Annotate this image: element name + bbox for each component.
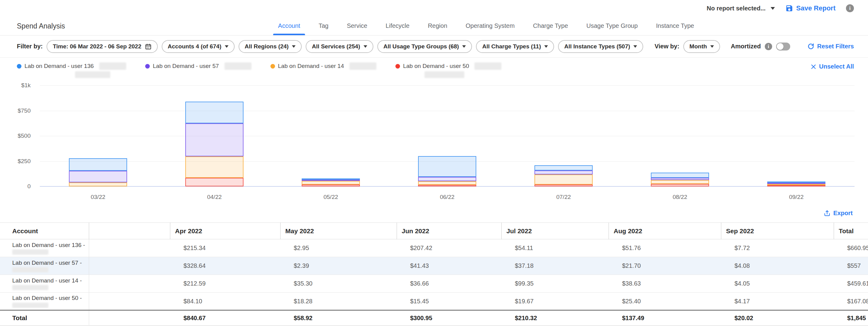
info-icon[interactable]: i [846,4,854,12]
tab-tag[interactable]: Tag [309,16,338,35]
instance-types-filter-pill[interactable]: All Instance Types (507) [558,40,643,53]
bar-segment-lab-on-demand-user-136[interactable] [185,102,244,123]
tab-service[interactable]: Service [338,16,376,35]
value-cell: $207.42 [397,239,501,257]
value-cell: $4.05 [721,275,834,293]
total-value-cell: $300.95 [397,310,501,326]
bar-stack [418,156,476,187]
value-cell: $7.72 [721,239,834,257]
chevron-down-icon [633,45,637,48]
tab-lifecycle[interactable]: Lifecycle [376,16,419,35]
charge-types-filter-label: All Charge Types (11) [482,43,541,50]
bar-segment-lab-on-demand-user-136[interactable] [534,165,593,171]
bar-segment-lab-on-demand-user-14[interactable] [302,181,360,185]
value-cell: $328.64 [170,257,280,275]
redacted-text [12,267,49,272]
tab-region[interactable]: Region [419,16,456,35]
bar-segment-lab-on-demand-user-57[interactable] [185,123,244,157]
unselect-all-label: Unselect All [819,63,854,70]
time-filter-label: Time: 06 Mar 2022 - 06 Sep 2022 [53,43,141,50]
bar-segment-lab-on-demand-user-57[interactable] [418,177,476,181]
table-row[interactable]: Lab on Demand - user 14 -$212.59$35.30$3… [0,275,868,293]
bar-segment-lab-on-demand-user-57[interactable] [69,171,127,183]
bar-segment-lab-on-demand-user-50[interactable] [767,185,826,187]
bar-segment-lab-on-demand-user-50[interactable] [534,185,593,187]
save-report-button[interactable]: Save Report [785,4,836,12]
services-filter-pill[interactable]: All Services (254) [306,40,373,53]
unselect-all-button[interactable]: Unselect All [811,63,854,70]
time-filter-pill[interactable]: Time: 06 Mar 2022 - 06 Sep 2022 [46,40,157,53]
table-row[interactable]: Lab on Demand - user 136 -$215.34$2.95$2… [0,239,868,257]
legend-item-user-14[interactable]: Lab on Demand - user 14 [271,62,376,70]
bar-segment-lab-on-demand-user-14[interactable] [418,181,476,185]
amortized-toggle[interactable] [776,42,790,51]
value-cell: $54.11 [501,239,609,257]
x-axis-tick-label: 07/22 [556,194,571,200]
instance-types-filter-label: All Instance Types (507) [564,43,630,50]
value-cell: $4.17 [721,293,834,310]
y-axis-tick-label: 0 [0,183,31,190]
bar-segment-lab-on-demand-user-14[interactable] [534,174,593,185]
bar-segment-lab-on-demand-user-57[interactable] [534,170,593,174]
info-icon[interactable]: i [765,43,772,50]
usage-type-groups-filter-pill[interactable]: All Usage Type Groups (68) [377,40,472,53]
bar-segment-lab-on-demand-user-50[interactable] [185,178,244,187]
bar-segment-lab-on-demand-user-136[interactable] [69,158,127,171]
reset-filters-button[interactable]: Reset Filters [807,43,854,50]
value-cell: $557 [834,257,868,275]
value-cell [89,239,170,257]
value-cell: $15.45 [397,293,501,310]
column-header-sep-2022: Sep 2022 [721,223,834,239]
regions-filter-pill[interactable]: All Regions (24) [239,40,302,53]
redacted-text [12,249,49,255]
legend-dot-icon [145,64,150,69]
value-cell: $18.28 [280,293,397,310]
legend-row: Lab on Demand - user 136Lab on Demand - … [0,58,868,79]
filter-bar: Filter by: Time: 06 Mar 2022 - 06 Sep 20… [0,35,868,58]
value-cell: $38.63 [609,275,721,293]
chevron-down-icon [544,45,548,48]
y-axis-tick-label: $250 [0,158,31,165]
total-value-cell: $58.92 [280,310,397,326]
bar-segment-lab-on-demand-user-136[interactable] [651,173,709,178]
tab-operating-system[interactable]: Operating System [456,16,524,35]
bar-segment-lab-on-demand-user-14[interactable] [651,180,709,184]
table-row[interactable]: Lab on Demand - user 50 -$84.10$18.28$15… [0,293,868,310]
value-cell [89,257,170,275]
redacted-text [12,285,49,290]
legend-item-user-136[interactable]: Lab on Demand - user 136 [17,62,126,78]
value-cell: $459.61 [834,275,868,293]
view-by-dropdown[interactable]: Month [683,40,720,53]
value-cell: $41.43 [397,257,501,275]
table-total-row: Total$840.67$58.92$300.95$210.32$137.49$… [0,310,868,326]
bar-segment-lab-on-demand-user-50[interactable] [651,184,709,187]
accounts-filter-pill[interactable]: Accounts 4 (of 674) [162,40,235,53]
table-row[interactable]: Lab on Demand - user 57 -$328.64$2.39$41… [0,257,868,275]
x-axis-tick-label: 08/22 [673,194,687,200]
bar-segment-lab-on-demand-user-50[interactable] [302,185,360,187]
chevron-down-icon [462,45,466,48]
table-header-row: AccountApr 2022May 2022Jun 2022Jul 2022A… [0,223,868,239]
value-cell: $99.35 [501,275,609,293]
tab-instance-type[interactable]: Instance Type [647,16,703,35]
legend-dot-icon [271,64,275,69]
toggle-knob [777,43,783,50]
x-axis-tick-label: 06/22 [440,194,455,200]
report-selector-dropdown[interactable]: No report selected... [707,5,775,12]
usage-type-groups-filter-label: All Usage Type Groups (68) [383,43,459,50]
charge-types-filter-pill[interactable]: All Charge Types (11) [476,40,554,53]
legend-item-user-57[interactable]: Lab on Demand - user 57 [145,62,251,70]
legend-item-user-50[interactable]: Lab on Demand - user 50 [395,62,501,78]
export-button[interactable]: Export [824,210,853,217]
value-cell: $36.66 [397,275,501,293]
bar-segment-lab-on-demand-user-14[interactable] [185,157,244,178]
tab-usage-type-group[interactable]: Usage Type Group [577,16,647,35]
bar-segment-lab-on-demand-user-136[interactable] [418,156,476,177]
page-title: Spend Analysis [17,22,65,30]
bar-segment-lab-on-demand-user-50[interactable] [418,185,476,187]
amortized-label: Amortized [731,43,761,50]
bar-segment-lab-on-demand-user-57[interactable] [651,178,709,180]
tab-account[interactable]: Account [269,16,309,35]
bar-segment-lab-on-demand-user-14[interactable] [69,182,127,187]
tab-charge-type[interactable]: Charge Type [524,16,577,35]
